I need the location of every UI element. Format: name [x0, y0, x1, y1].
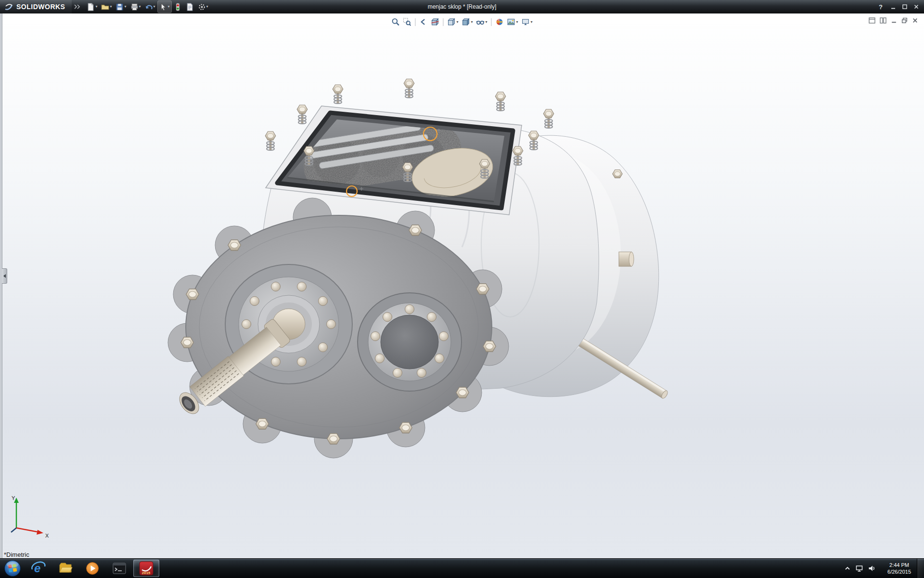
new-window-button[interactable] — [869, 17, 875, 24]
toolbar-separator — [415, 18, 415, 26]
previous-view-button[interactable] — [418, 17, 428, 27]
windows-start-orb-icon — [3, 559, 22, 578]
display-style-icon — [462, 18, 470, 26]
dropdown-caret-icon: ▾ — [139, 5, 141, 9]
apply-scene-icon — [507, 18, 515, 26]
section-view-icon — [431, 18, 439, 26]
open-document-icon — [101, 3, 109, 11]
rebuild-button[interactable] — [172, 1, 183, 13]
command-prompt-icon — [112, 561, 127, 576]
folder-icon — [58, 561, 73, 576]
document-minimize-button[interactable] — [891, 17, 897, 24]
taskbar-item-media-player[interactable] — [79, 560, 105, 577]
orientation-triad: Y X — [7, 494, 55, 539]
solidworks-logo: SOLIDWORKS — [0, 0, 72, 13]
new-document-button[interactable]: ▾ — [85, 1, 99, 13]
dropdown-caret-icon: ▾ — [456, 20, 458, 24]
zoom-to-fit-icon — [391, 18, 399, 26]
model-canvas[interactable] — [0, 13, 924, 559]
volume-icon[interactable] — [868, 565, 876, 572]
heads-up-view-toolbar: ▾ ▾ ▾ — [387, 16, 536, 28]
maximize-button[interactable] — [902, 4, 908, 10]
taskbar-item-command-prompt[interactable] — [106, 560, 132, 577]
new-document-icon — [87, 3, 95, 11]
zoom-to-area-icon — [403, 18, 411, 26]
start-button[interactable] — [0, 560, 25, 577]
close-button[interactable] — [913, 4, 919, 10]
view-settings-icon — [522, 18, 530, 26]
toolbar-separator — [491, 18, 492, 26]
file-properties-button[interactable] — [184, 1, 195, 13]
edit-appearance-button[interactable] — [495, 17, 505, 27]
save-button[interactable]: ▾ — [114, 1, 128, 13]
graphics-viewport[interactable]: ▾ ▾ ▾ — [0, 13, 924, 559]
document-close-button[interactable] — [912, 17, 918, 24]
taskbar-item-internet-explorer[interactable]: e — [26, 560, 51, 577]
show-desktop-button[interactable] — [917, 559, 924, 578]
triad-x-label: X — [45, 533, 49, 539]
dropdown-caret-icon: ▾ — [124, 5, 126, 9]
solidworks-app-icon: 2015 — [139, 561, 154, 576]
options-gear-icon — [198, 3, 206, 11]
solidworks-version-badge: 2015 — [142, 571, 151, 575]
dropdown-caret-icon: ▾ — [168, 5, 170, 9]
clock-date: 6/26/2015 — [887, 568, 911, 575]
window-title: menjac sklop * [Read-only] — [428, 3, 497, 10]
clock-time: 2:44 PM — [889, 562, 909, 568]
hide-show-items-button[interactable]: ▾ — [475, 17, 488, 27]
dropdown-caret-icon: ▾ — [206, 5, 208, 9]
select-cursor-icon — [159, 3, 167, 11]
undo-button[interactable]: ▾ — [143, 1, 157, 13]
tray-expand-button[interactable] — [844, 565, 851, 571]
tile-windows-button[interactable] — [880, 17, 886, 24]
taskbar-item-solidworks-2015[interactable]: 2015 — [133, 560, 159, 577]
network-icon[interactable] — [855, 565, 863, 572]
standard-toolbar: ▾ ▾ ▾ ▾ — [85, 1, 209, 13]
featuremanager-collapsed-panel — [0, 13, 2, 559]
print-icon — [130, 3, 139, 11]
rebuild-icon — [174, 3, 182, 11]
zoom-to-fit-button[interactable] — [390, 17, 400, 27]
titlebar: SOLIDWORKS ▾ ▾ — [0, 0, 924, 13]
document-window-controls — [869, 17, 918, 24]
dropdown-caret-icon: ▾ — [471, 20, 473, 24]
titlebar-controls: ? — [877, 3, 924, 11]
toolbar-overflow-icon[interactable] — [74, 4, 80, 10]
section-view-button[interactable] — [430, 17, 440, 27]
media-player-icon — [85, 561, 100, 576]
previous-view-icon — [419, 18, 427, 26]
logo-text: SOLIDWORKS — [16, 3, 65, 11]
dropdown-caret-icon: ▾ — [110, 5, 112, 9]
dassault-systemes-logo-icon — [4, 2, 13, 12]
help-button[interactable]: ? — [877, 3, 885, 11]
view-orientation-button[interactable]: ▾ — [446, 17, 459, 27]
edit-appearance-ball-icon — [496, 18, 504, 26]
dropdown-caret-icon: ▾ — [95, 5, 97, 9]
system-tray: 2:44 PM 6/26/2015 — [844, 559, 924, 578]
right-end-stub — [619, 252, 634, 266]
view-orientation-icon — [447, 18, 455, 26]
dropdown-caret-icon: ▾ — [485, 20, 487, 24]
secondary-bearing-hub — [358, 293, 462, 391]
save-icon — [116, 3, 124, 11]
apply-scene-button[interactable]: ▾ — [506, 17, 519, 27]
featuremanager-collapsed-tab[interactable] — [2, 268, 7, 284]
taskbar-clock[interactable]: 2:44 PM 6/26/2015 — [882, 559, 917, 578]
taskbar-item-windows-explorer[interactable] — [52, 560, 78, 577]
document-restore-button[interactable] — [901, 17, 908, 24]
solidworks-window: SOLIDWORKS ▾ ▾ — [0, 0, 924, 578]
minimize-button[interactable] — [890, 4, 896, 10]
dropdown-caret-icon: ▾ — [516, 20, 518, 24]
options-button[interactable]: ▾ — [196, 1, 210, 13]
print-button[interactable]: ▾ — [129, 1, 142, 13]
view-orientation-label: *Dimetric — [4, 551, 29, 558]
dropdown-caret-icon: ▾ — [154, 5, 155, 9]
display-style-button[interactable]: ▾ — [461, 17, 474, 27]
zoom-to-area-button[interactable] — [402, 17, 412, 27]
open-document-button[interactable]: ▾ — [100, 1, 113, 13]
triad-y-label: Y — [12, 495, 15, 501]
view-settings-button[interactable]: ▾ — [521, 17, 534, 27]
undo-icon — [145, 3, 153, 11]
select-button[interactable]: ▾ — [158, 1, 171, 13]
collapse-arrow-icon — [3, 274, 6, 278]
